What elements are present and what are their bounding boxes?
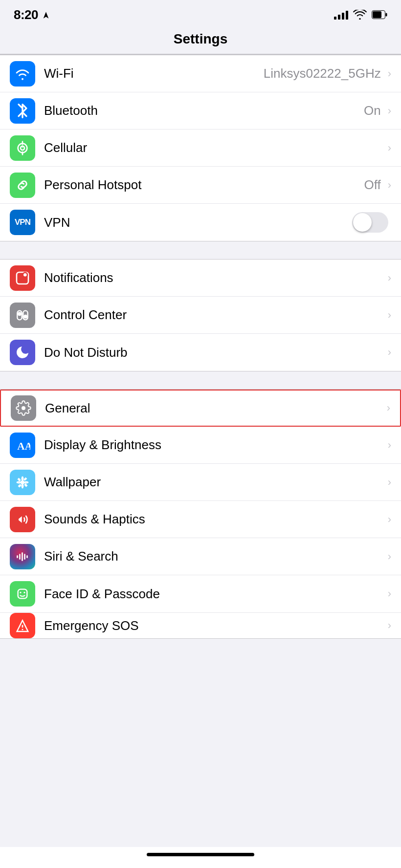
svg-point-13 <box>23 314 27 318</box>
svg-rect-22 <box>26 555 28 558</box>
general-section: General › AA Display & Brightness › <box>0 389 401 639</box>
faceid-row[interactable]: Face ID & Passcode › <box>0 575 401 612</box>
cellular-chevron: › <box>388 142 391 154</box>
hotspot-icon-bg <box>10 173 35 198</box>
wallpaper-label: Wallpaper <box>44 475 386 490</box>
faceid-icon-bg <box>10 581 35 607</box>
display-icon: AA <box>15 437 30 453</box>
sounds-row[interactable]: Sounds & Haptics › <box>0 501 401 538</box>
vpn-icon-bg: VPN <box>10 210 35 235</box>
general-icon <box>16 400 31 416</box>
siri-label: Siri & Search <box>44 549 386 564</box>
wifi-status-icon <box>353 10 367 20</box>
bluetooth-value: On <box>364 103 381 118</box>
wallpaper-row[interactable]: Wallpaper › <box>0 464 401 501</box>
status-time: 8:20 <box>14 7 38 22</box>
svg-rect-19 <box>19 554 21 560</box>
bluetooth-icon <box>15 103 30 119</box>
bottom-spacer <box>0 639 401 688</box>
faceid-label: Face ID & Passcode <box>44 586 386 602</box>
general-row[interactable]: General › <box>0 390 401 427</box>
home-bar <box>147 853 254 856</box>
vpn-toggle-knob <box>353 213 372 232</box>
control-center-label: Control Center <box>44 307 386 323</box>
wifi-row[interactable]: Wi-Fi Linksys02222_5GHz › <box>0 55 401 92</box>
general-label: General <box>45 401 385 416</box>
notifications-icon-bg <box>10 265 35 291</box>
sounds-label: Sounds & Haptics <box>44 512 386 527</box>
svg-point-24 <box>20 592 21 593</box>
notifications-row[interactable]: Notifications › <box>0 260 401 297</box>
dnd-row[interactable]: Do Not Disturb › <box>0 334 401 371</box>
emergency-row[interactable]: Emergency SOS › <box>0 612 401 638</box>
wifi-value: Linksys02222_5GHz <box>264 66 381 81</box>
hotspot-value: Off <box>364 177 380 193</box>
hotspot-chevron: › <box>388 179 391 192</box>
display-chevron: › <box>388 439 391 452</box>
svg-rect-2 <box>373 11 381 18</box>
siri-icon-bg <box>10 544 35 569</box>
svg-rect-18 <box>17 555 18 558</box>
emergency-icon <box>15 618 30 633</box>
general-icon-bg <box>11 395 36 421</box>
hotspot-icon <box>15 177 30 193</box>
svg-rect-23 <box>18 589 27 599</box>
bluetooth-label: Bluetooth <box>44 103 364 118</box>
wallpaper-icon-bg <box>10 470 35 495</box>
wallpaper-icon <box>15 475 30 490</box>
dnd-icon-bg <box>10 340 35 365</box>
control-center-icon <box>15 307 30 323</box>
location-icon <box>42 11 50 19</box>
faceid-chevron: › <box>388 587 391 600</box>
vpn-text-icon: VPN <box>15 217 30 227</box>
cellular-icon-bg <box>10 135 35 161</box>
cellular-icon <box>15 140 30 156</box>
siri-chevron: › <box>388 550 391 563</box>
display-label: Display & Brightness <box>44 437 386 453</box>
sounds-chevron: › <box>388 513 391 526</box>
faceid-icon <box>15 586 30 602</box>
section-gap-2 <box>0 371 401 389</box>
wifi-icon-bg <box>10 61 35 87</box>
dnd-chevron: › <box>388 346 391 359</box>
vpn-label: VPN <box>44 215 352 230</box>
svg-text:AA: AA <box>17 440 30 452</box>
wifi-label: Wi-Fi <box>44 66 264 81</box>
battery-icon <box>372 10 387 19</box>
cellular-label: Cellular <box>44 140 381 155</box>
page-title-bar: Settings <box>0 26 401 54</box>
status-bar: 8:20 <box>0 0 401 26</box>
vpn-row[interactable]: VPN VPN <box>0 204 401 241</box>
display-row[interactable]: AA Display & Brightness › <box>0 427 401 464</box>
notifications-section: Notifications › Control Center › Do Not … <box>0 259 401 371</box>
bluetooth-icon-bg <box>10 98 35 124</box>
dnd-label: Do Not Disturb <box>44 345 386 360</box>
status-icons <box>334 10 387 20</box>
wifi-icon <box>15 66 30 82</box>
emergency-chevron: › <box>388 619 391 632</box>
emergency-label: Emergency SOS <box>44 618 386 633</box>
home-indicator <box>0 847 401 868</box>
sounds-icon <box>15 512 30 527</box>
emergency-icon-bg <box>10 613 35 638</box>
wifi-chevron: › <box>388 67 391 80</box>
bluetooth-row[interactable]: Bluetooth On › <box>0 92 401 130</box>
sounds-icon-bg <box>10 507 35 532</box>
svg-point-25 <box>23 592 25 593</box>
notifications-icon <box>15 270 30 286</box>
notifications-chevron: › <box>388 272 391 284</box>
connectivity-section: Wi-Fi Linksys02222_5GHz › Bluetooth On › <box>0 55 401 241</box>
notifications-label: Notifications <box>44 270 386 285</box>
vpn-toggle[interactable] <box>352 212 388 233</box>
hotspot-row[interactable]: Personal Hotspot Off › <box>0 167 401 204</box>
control-center-chevron: › <box>388 309 391 322</box>
page-title: Settings <box>174 31 227 46</box>
control-center-row[interactable]: Control Center › <box>0 297 401 334</box>
svg-rect-21 <box>24 554 25 560</box>
bluetooth-chevron: › <box>388 105 391 117</box>
svg-point-9 <box>23 273 27 277</box>
siri-row[interactable]: Siri & Search › <box>0 538 401 575</box>
svg-point-11 <box>18 312 22 316</box>
cellular-row[interactable]: Cellular › <box>0 130 401 167</box>
siri-icon <box>15 549 30 564</box>
